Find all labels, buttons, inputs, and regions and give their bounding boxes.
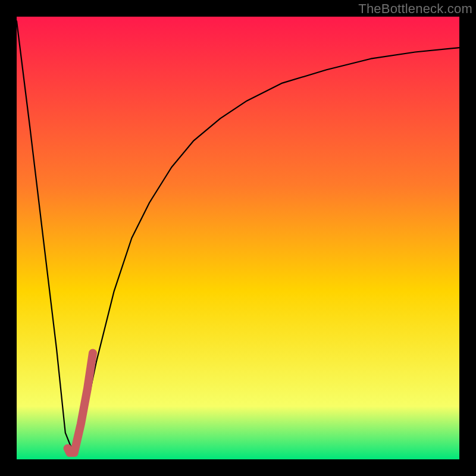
chart-plot xyxy=(17,17,459,459)
chart-frame: TheBottleneck.com xyxy=(0,0,476,476)
watermark-text: TheBottleneck.com xyxy=(358,1,472,17)
